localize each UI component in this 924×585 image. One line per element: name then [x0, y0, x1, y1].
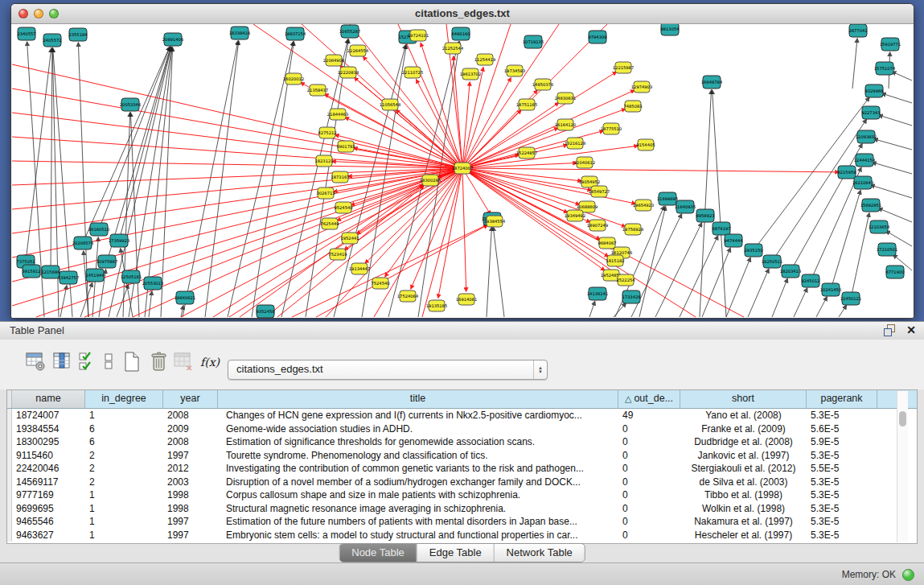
table-cell[interactable]: 6 [85, 435, 163, 449]
table-row[interactable]: 977716911998Corpus callosum shape and si… [7, 488, 917, 502]
table-row[interactable]: 946554611997Estimation of the future num… [7, 515, 917, 529]
graph-edge[interactable] [878, 208, 912, 222]
table-cell[interactable]: 0 [618, 462, 680, 476]
table-cell[interactable]: Investigating the contribution of common… [218, 462, 618, 476]
table-cell[interactable]: Wolkin et al. (1998) [680, 502, 807, 516]
graph-edge[interactable] [874, 139, 912, 150]
table-cell[interactable]: 1 [85, 502, 163, 516]
table-cell[interactable]: Tourette syndrome. Phenomenology and cla… [218, 449, 618, 463]
graph-edge[interactable] [791, 144, 862, 271]
window-titlebar[interactable]: citations_edges.txt [11, 4, 914, 24]
table-row[interactable]: 969969511998Structural magnetic resonanc… [7, 502, 917, 516]
table-cell[interactable]: 2 [85, 476, 163, 489]
table-cell[interactable]: Embryonic stem cells: a model to study s… [218, 529, 618, 542]
graph-edge[interactable] [702, 248, 730, 317]
show-column-icon[interactable] [51, 349, 76, 375]
column-header-in_degree[interactable]: in_degree [85, 390, 163, 408]
table-cell[interactable]: 2 [85, 449, 163, 463]
graph-edge[interactable] [277, 168, 462, 317]
table-cell[interactable]: 5.3E-5 [807, 409, 877, 422]
table-cell[interactable]: 1998 [163, 502, 218, 516]
table-cell[interactable]: 2012 [163, 462, 218, 476]
graph-edge[interactable] [365, 168, 462, 263]
graph-edge[interactable] [639, 207, 666, 317]
table-cell[interactable]: 14569117 [12, 476, 85, 489]
zoom-window-icon[interactable] [49, 9, 59, 19]
trash-icon[interactable] [148, 349, 172, 375]
table-cell[interactable]: 1997 [163, 515, 218, 529]
graph-edge[interactable] [852, 39, 857, 89]
table-cell[interactable]: 1 [85, 529, 163, 542]
table-cell[interactable]: 2008 [163, 409, 218, 422]
table-cell[interactable]: 0 [618, 488, 680, 502]
scrollbar-thumb[interactable] [899, 411, 906, 426]
table-cell[interactable]: 19384554 [12, 422, 85, 436]
table-cell[interactable]: 49 [618, 409, 680, 422]
table-row[interactable]: 946362711997Embryonic stem cells: a mode… [7, 529, 917, 542]
graph-edge[interactable] [51, 48, 52, 272]
function-builder-icon[interactable]: f(x) [198, 349, 222, 375]
table-cell[interactable]: 0 [618, 515, 680, 529]
table-cell[interactable]: Disruption of a novel member of a sodium… [218, 476, 618, 489]
table-cell[interactable]: 5.3E-5 [807, 529, 877, 542]
table-cell[interactable]: Estimation of the future numbers of pati… [218, 515, 618, 529]
table-row[interactable]: 1872400712008Changes of HCN gene express… [7, 409, 917, 422]
float-panel-icon[interactable] [884, 324, 895, 336]
table-cell[interactable]: Corpus callosum shape and size in male p… [218, 488, 618, 502]
table-cell[interactable]: 1 [85, 515, 163, 529]
graph-edge[interactable] [462, 168, 466, 291]
graph-edge[interactable] [149, 291, 152, 317]
graph-edge[interactable] [493, 227, 504, 317]
tab-network-table[interactable]: Network Table [494, 544, 585, 562]
new-file-icon[interactable] [121, 349, 145, 375]
table-row[interactable]: 911546021997Tourette syndrome. Phenomeno… [7, 449, 917, 463]
graph-edge[interactable] [748, 269, 769, 317]
graph-edge[interactable] [589, 301, 595, 317]
table-cell[interactable]: Hescheler et al. (1997) [680, 529, 807, 542]
table-cell[interactable]: Nakamura et al. (1997) [680, 515, 807, 529]
network-canvas[interactable]: 2340557240557223551842089140618338416188… [12, 24, 913, 318]
graph-edge[interactable] [816, 297, 827, 317]
graph-edge[interactable] [882, 93, 912, 103]
column-header-short[interactable]: short [680, 390, 807, 408]
table-cell[interactable]: 9115460 [12, 449, 85, 463]
graph-edge[interactable] [12, 113, 462, 168]
table-vertical-scrollbar[interactable] [897, 391, 908, 542]
graph-edge[interactable] [772, 278, 787, 317]
graph-edge[interactable] [655, 223, 702, 317]
graph-edge[interactable] [462, 168, 591, 190]
table-row[interactable]: 1456911722003Disruption of a novel membe… [7, 476, 917, 489]
table-cell[interactable]: 0 [618, 502, 680, 516]
graph-edge[interactable] [161, 47, 173, 317]
table-row[interactable]: 2242004622012Investigating the contribut… [7, 462, 917, 476]
table-cell[interactable]: Jankovic et al. (1997) [680, 449, 807, 463]
table-cell[interactable]: 0 [618, 449, 680, 463]
table-cell[interactable]: 2008 [163, 435, 218, 449]
column-header-title[interactable]: title [218, 390, 618, 408]
table-cell[interactable]: 9777169 [12, 488, 85, 502]
column-header-pagerank[interactable]: pagerank [807, 390, 877, 408]
column-header-name[interactable]: name [12, 390, 85, 408]
table-row[interactable]: 1938455462009Genome-wide association stu… [7, 422, 917, 436]
graph-edge[interactable] [462, 168, 696, 317]
table-cell[interactable]: 6 [85, 422, 163, 436]
table-cell[interactable]: Stergiakouli et al. (2012) [680, 462, 807, 476]
table-row[interactable]: 1830029562008Estimation of significance … [7, 435, 917, 449]
table-cell[interactable]: 5.3E-5 [807, 449, 877, 463]
table-cell[interactable]: 2003 [163, 476, 218, 489]
table-cell[interactable]: 5.3E-5 [807, 488, 877, 502]
table-cell[interactable]: 18300295 [12, 435, 85, 449]
table-cell[interactable]: 9699695 [12, 502, 85, 516]
table-cell[interactable]: 5.3E-5 [807, 502, 877, 516]
graph-edge[interactable] [487, 227, 491, 317]
table-settings-icon[interactable] [24, 349, 48, 375]
graph-edge[interactable] [871, 185, 912, 198]
close-panel-icon[interactable]: ✕ [906, 323, 916, 336]
column-header-out_de[interactable]: △out_de... [618, 390, 680, 408]
tab-edge-table[interactable]: Edge Table [417, 544, 494, 562]
graph-edge[interactable] [462, 82, 470, 168]
table-cell[interactable]: 5.9E-5 [807, 435, 877, 449]
graph-edge[interactable] [438, 168, 462, 298]
table-cell[interactable]: Dudbridge et al. (2008) [680, 435, 807, 449]
table-cell[interactable]: Franke et al. (2009) [680, 422, 807, 436]
